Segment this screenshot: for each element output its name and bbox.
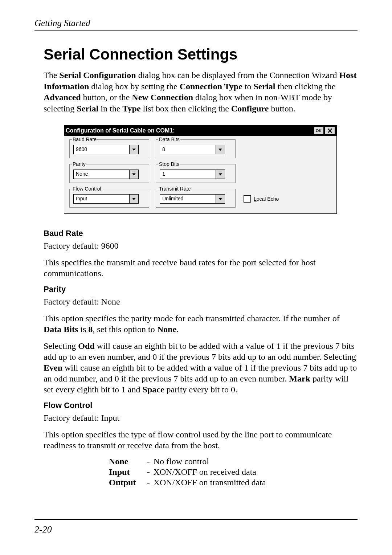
- svg-marker-3: [219, 148, 222, 151]
- chevron-down-icon: [129, 194, 139, 204]
- chevron-down-icon: [129, 170, 139, 179]
- chevron-down-icon: [129, 145, 139, 154]
- term: Configure: [231, 104, 269, 113]
- text: parity every bit to 0.: [164, 385, 237, 394]
- flow-control-value: Input: [73, 194, 129, 204]
- svg-marker-7: [219, 198, 222, 200]
- group-legend: Data Bits: [158, 136, 180, 142]
- table-row: Input - XON/XOFF on received data: [109, 467, 270, 478]
- baud-rate-value: 9600: [73, 145, 129, 154]
- text: Selecting: [44, 341, 78, 351]
- stop-bits-select[interactable]: 1: [160, 170, 225, 179]
- group-legend: Baud Rate: [72, 136, 97, 142]
- term: Type: [122, 104, 140, 113]
- group-legend: Transmit Rate: [158, 186, 191, 192]
- term: New Connection: [132, 93, 193, 102]
- transmit-rate-select[interactable]: Unlimited: [160, 194, 225, 204]
- baud-rate-default: Factory default: 9600: [44, 240, 358, 251]
- flow-control-desc: This option specifies the type of flow c…: [44, 429, 358, 451]
- dash: -: [147, 478, 154, 488]
- intro-paragraph: The Serial Configuration dialog box can …: [44, 70, 358, 114]
- baud-rate-select[interactable]: 9600: [73, 145, 139, 154]
- flow-control-heading: Flow Control: [44, 401, 358, 410]
- stop-bits-value: 1: [160, 170, 216, 179]
- term: Serial Configuration: [59, 70, 136, 80]
- transmit-rate-group: Transmit Rate Unlimited: [156, 189, 236, 208]
- dialog-title: Configuration of Serial Cable on COM1:: [66, 127, 313, 134]
- text: dialog box by setting the: [89, 82, 179, 91]
- group-legend: Flow Control: [72, 186, 102, 192]
- page-number: 2-20: [34, 524, 358, 535]
- svg-marker-2: [132, 148, 136, 151]
- text: then clicking the: [275, 82, 335, 91]
- table-row: Output - XON/XOFF on transmitted data: [109, 478, 270, 488]
- baud-rate-desc: This specifies the transmit and receive …: [44, 257, 358, 279]
- ok-button[interactable]: OK: [314, 127, 324, 135]
- baud-rate-heading: Baud Rate: [44, 229, 358, 238]
- page-title: Serial Connection Settings: [44, 46, 358, 63]
- running-head: Getting Started: [34, 18, 358, 31]
- text: button, or the: [81, 93, 132, 102]
- data-bits-group: Data Bits 8: [156, 139, 236, 158]
- parity-select[interactable]: None: [73, 170, 139, 179]
- option-name: Output: [109, 478, 147, 488]
- checkbox-icon: [244, 195, 251, 203]
- option-name: None: [109, 457, 147, 467]
- option-desc: No flow control: [154, 457, 270, 467]
- flow-control-group: Flow Control Input: [69, 189, 149, 208]
- close-button[interactable]: [325, 127, 335, 135]
- term: None: [157, 325, 176, 334]
- stop-bits-group: Stop Bits 1: [156, 164, 236, 183]
- group-legend: Parity: [72, 161, 86, 167]
- svg-marker-4: [132, 173, 136, 175]
- transmit-rate-value: Unlimited: [160, 194, 216, 204]
- close-icon: [327, 128, 332, 133]
- term: Odd: [78, 341, 94, 351]
- chevron-down-icon: [216, 194, 225, 204]
- text: in the: [98, 104, 122, 113]
- local-echo-label: Local Echo: [254, 196, 279, 202]
- term: Space: [143, 385, 164, 394]
- dash: -: [147, 467, 154, 478]
- flow-control-default: Factory default: Input: [44, 412, 358, 423]
- chevron-down-icon: [216, 145, 225, 154]
- data-bits-select[interactable]: 8: [160, 145, 225, 154]
- term: 8: [88, 325, 93, 334]
- text: button.: [269, 104, 295, 113]
- term: Data Bits: [44, 325, 78, 334]
- option-desc: XON/XOFF on transmitted data: [154, 478, 270, 488]
- dialog-titlebar: Configuration of Serial Cable on COM1: O…: [64, 126, 336, 136]
- flow-control-options-table: None - No flow control Input - XON/XOFF …: [109, 457, 270, 488]
- data-bits-value: 8: [160, 145, 216, 154]
- svg-marker-6: [132, 198, 136, 200]
- term: Connection Type: [180, 82, 242, 91]
- text: to: [242, 82, 254, 91]
- text: , set this option to: [93, 325, 157, 334]
- option-name: Input: [109, 467, 147, 478]
- text: This option specifies the parity mode fo…: [44, 314, 340, 323]
- serial-config-dialog: Configuration of Serial Cable on COM1: O…: [64, 125, 337, 214]
- svg-marker-5: [219, 173, 222, 175]
- group-legend: Stop Bits: [158, 161, 180, 167]
- parity-heading: Parity: [44, 285, 358, 294]
- term: Even: [44, 363, 62, 372]
- local-echo-checkbox[interactable]: Local Echo: [244, 195, 279, 203]
- text: dialog box can be displayed from the Con…: [136, 70, 339, 80]
- text: is: [78, 325, 88, 334]
- term: Mark: [289, 374, 310, 383]
- table-row: None - No flow control: [109, 457, 270, 467]
- parity-desc-1: This option specifies the parity mode fo…: [44, 313, 358, 335]
- parity-group: Parity None: [69, 164, 149, 183]
- parity-desc-2: Selecting Odd will cause an eighth bit t…: [44, 340, 358, 395]
- term: Serial: [253, 82, 275, 91]
- chevron-down-icon: [216, 170, 225, 179]
- option-desc: XON/XOFF on received data: [154, 467, 270, 478]
- text: The: [44, 70, 59, 80]
- dash: -: [147, 457, 154, 467]
- term: Serial: [77, 104, 98, 113]
- term: Advanced: [44, 93, 81, 102]
- text: list box then clicking the: [141, 104, 231, 113]
- text: .: [176, 325, 179, 334]
- parity-value: None: [73, 170, 129, 179]
- flow-control-select[interactable]: Input: [73, 194, 139, 204]
